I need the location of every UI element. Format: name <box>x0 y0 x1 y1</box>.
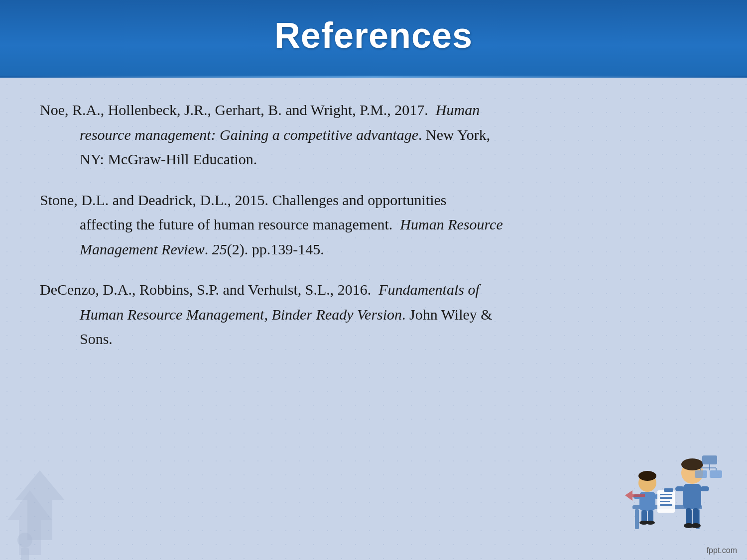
svg-rect-3 <box>21 548 29 560</box>
slide-content: Noe, R.A., Hollenbeck, J.R., Gerhart, B.… <box>0 78 747 560</box>
reference-1: Noe, R.A., Hollenbeck, J.R., Gerhart, B.… <box>40 98 707 172</box>
svg-rect-30 <box>664 488 673 492</box>
ref1-italic-subtitle: resource management: Gaining a competiti… <box>80 126 418 143</box>
ref1-italic-title: Human <box>436 102 480 118</box>
svg-rect-34 <box>710 470 722 478</box>
ref2-italic: Human Resource <box>400 216 502 232</box>
ref3-italic2: Human Resource Management, Binder Ready … <box>80 306 402 323</box>
hr-illustration <box>588 441 722 545</box>
svg-rect-29 <box>660 504 672 506</box>
reference-1-text: Noe, R.A., Hollenbeck, J.R., Gerhart, B.… <box>40 98 707 172</box>
svg-rect-12 <box>693 508 699 526</box>
svg-point-15 <box>681 458 703 470</box>
reference-3-text: DeCenzo, D.A., Robbins, S.P. and Verhuls… <box>40 277 707 351</box>
left-decoration <box>0 411 80 560</box>
svg-rect-33 <box>695 470 707 478</box>
reference-2: Stone, D.L. and Deadrick, D.L., 2015. Ch… <box>40 188 707 262</box>
ref2-indent: affecting the future of human resource m… <box>40 216 503 232</box>
reference-2-text: Stone, D.L. and Deadrick, D.L., 2015. Ch… <box>40 188 707 262</box>
svg-rect-32 <box>702 455 717 464</box>
svg-rect-10 <box>700 486 709 491</box>
svg-rect-28 <box>660 501 670 502</box>
svg-rect-27 <box>660 497 672 499</box>
reference-3: DeCenzo, D.A., Robbins, S.P. and Verhuls… <box>40 277 707 351</box>
svg-rect-11 <box>686 508 692 526</box>
slide-title: References <box>30 15 717 56</box>
ref3-italic: Fundamentals of <box>378 281 480 298</box>
ref2-indent2: Management Review. 25(2). pp.139-145. <box>40 241 324 257</box>
slide: References Noe, R.A., Hollenbeck, J.R., … <box>0 0 747 560</box>
watermark: fppt.com <box>707 546 737 555</box>
svg-point-24 <box>638 471 656 481</box>
svg-point-23 <box>646 521 655 525</box>
ref2-italic3: 25 <box>212 241 227 257</box>
ref2-italic2: Management Review <box>80 241 205 257</box>
ref1-indent2: NY: McGraw-Hill Education. <box>40 151 257 167</box>
svg-point-14 <box>691 523 701 528</box>
slide-header: References <box>0 0 747 76</box>
svg-rect-8 <box>683 484 701 509</box>
ref3-indent2: Sons. <box>40 331 113 347</box>
svg-point-2 <box>17 533 32 548</box>
ref3-indent: Human Resource Management, Binder Ready … <box>40 306 493 323</box>
svg-rect-26 <box>660 494 672 495</box>
ref1-indent: resource management: Gaining a competiti… <box>40 126 490 143</box>
svg-rect-5 <box>635 509 639 529</box>
svg-rect-9 <box>675 486 684 491</box>
